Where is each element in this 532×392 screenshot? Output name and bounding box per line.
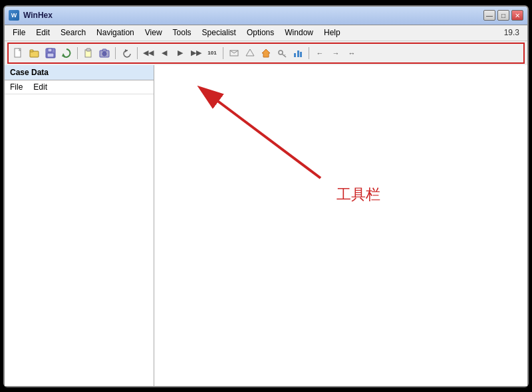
toolbar-sep-1 bbox=[77, 47, 78, 59]
toolbar-stats-btn[interactable] bbox=[291, 46, 305, 60]
app-icon: W bbox=[9, 10, 19, 21]
version-label: 19.3 bbox=[504, 28, 525, 37]
toolbar-tool2-btn[interactable] bbox=[243, 46, 257, 60]
svg-rect-4 bbox=[48, 49, 52, 52]
title-bar: W WinHex — □ ✕ bbox=[5, 7, 527, 25]
svg-rect-21 bbox=[294, 53, 296, 57]
menu-edit[interactable]: Edit bbox=[31, 26, 55, 39]
toolbar-open-btn[interactable] bbox=[27, 46, 42, 60]
svg-marker-16 bbox=[246, 49, 254, 56]
svg-line-25 bbox=[214, 98, 321, 178]
annotation-container: 工具栏 bbox=[174, 85, 387, 218]
svg-marker-6 bbox=[62, 53, 65, 56]
panel-title: Case Data bbox=[5, 65, 154, 80]
toolbar-go-forward-btn[interactable]: → bbox=[329, 46, 343, 60]
toolbar-refresh-btn[interactable] bbox=[59, 46, 74, 60]
close-button[interactable]: ✕ bbox=[511, 10, 523, 21]
annotation-text: 工具栏 bbox=[336, 185, 380, 205]
toolbar-tool1-btn[interactable] bbox=[227, 46, 241, 60]
toolbar-sep-4 bbox=[223, 47, 223, 59]
svg-marker-17 bbox=[262, 49, 270, 57]
toolbar-go-back-btn[interactable]: ← bbox=[313, 46, 327, 60]
toolbar-sep-5 bbox=[309, 47, 309, 59]
menu-search[interactable]: Search bbox=[55, 26, 91, 39]
menu-view[interactable]: View bbox=[140, 26, 168, 39]
toolbar-go-nav-btn[interactable]: ↔ bbox=[344, 46, 359, 60]
svg-line-14 bbox=[230, 50, 234, 53]
toolbar-prev-block-btn[interactable]: ◀◀ bbox=[141, 46, 156, 60]
svg-point-10 bbox=[102, 52, 106, 56]
main-window: W WinHex — □ ✕ File Edit Search Navigati… bbox=[3, 5, 529, 387]
restore-button[interactable]: □ bbox=[497, 10, 509, 21]
toolbar-camera-btn[interactable] bbox=[97, 46, 112, 60]
workspace: 工具栏 bbox=[154, 65, 527, 386]
svg-point-18 bbox=[279, 50, 283, 54]
minimize-button[interactable]: — bbox=[483, 10, 495, 21]
menu-options[interactable]: Options bbox=[241, 26, 279, 39]
panel-edit-menu[interactable]: Edit bbox=[31, 82, 50, 92]
menu-help[interactable]: Help bbox=[319, 26, 346, 39]
window-title: WinHex bbox=[23, 11, 53, 20]
menu-items: File Edit Search Navigation View Tools S… bbox=[7, 26, 346, 39]
menu-tools[interactable]: Tools bbox=[168, 26, 197, 39]
toolbar-paste-btn[interactable] bbox=[81, 46, 96, 60]
menu-bar: File Edit Search Navigation View Tools S… bbox=[5, 25, 527, 41]
panel-file-menu[interactable]: File bbox=[7, 82, 25, 92]
svg-rect-8 bbox=[86, 49, 90, 51]
toolbar-prev-btn[interactable]: ◀ bbox=[157, 46, 172, 60]
svg-line-15 bbox=[234, 50, 238, 53]
menu-specialist[interactable]: Specialist bbox=[197, 26, 241, 39]
toolbar-save-btn[interactable] bbox=[43, 46, 58, 60]
main-area: Case Data File Edit 工具 bbox=[5, 65, 527, 386]
panel-menu: File Edit bbox=[5, 80, 154, 94]
toolbar-home-btn[interactable] bbox=[259, 46, 273, 60]
toolbar-undo-btn[interactable] bbox=[119, 46, 134, 60]
svg-rect-11 bbox=[102, 49, 106, 51]
svg-line-20 bbox=[284, 54, 285, 56]
annotation-arrow-svg bbox=[174, 85, 360, 191]
menu-window[interactable]: Window bbox=[279, 26, 319, 39]
toolbar-sep-3 bbox=[137, 47, 138, 59]
toolbar-sep-2 bbox=[115, 47, 116, 59]
title-bar-left: W WinHex bbox=[9, 10, 53, 21]
toolbar-new-btn[interactable] bbox=[11, 46, 26, 60]
svg-rect-23 bbox=[300, 52, 302, 57]
svg-rect-2 bbox=[30, 50, 33, 52]
toolbar-next-block-btn[interactable]: ▶▶ bbox=[189, 46, 203, 60]
panel-content bbox=[5, 94, 154, 386]
svg-rect-5 bbox=[47, 53, 54, 57]
toolbar: ◀◀ ◀ ▶ ▶▶ 101 ← → ↔ bbox=[7, 43, 525, 64]
toolbar-next-btn[interactable]: ▶ bbox=[173, 46, 188, 60]
left-panel: Case Data File Edit bbox=[5, 65, 154, 386]
window-controls: — □ ✕ bbox=[483, 10, 523, 21]
toolbar-key-btn[interactable] bbox=[275, 46, 289, 60]
menu-navigation[interactable]: Navigation bbox=[91, 26, 140, 39]
toolbar-counter-btn[interactable]: 101 bbox=[205, 46, 219, 60]
menu-file[interactable]: File bbox=[7, 26, 31, 39]
svg-rect-22 bbox=[297, 50, 299, 57]
